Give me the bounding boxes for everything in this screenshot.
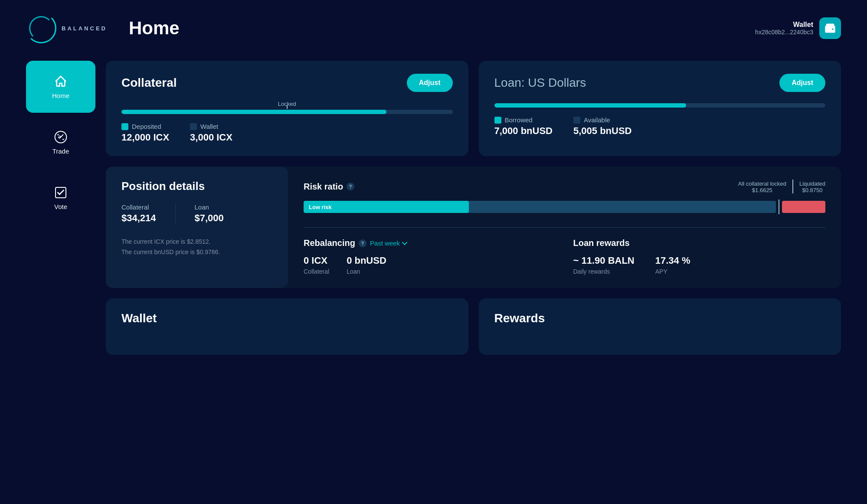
position-stats: Collateral $34,214 Loan $7,000 <box>121 203 272 224</box>
position-loan-stat: Loan $7,000 <box>195 203 224 224</box>
position-desc-line2: The current bnUSD price is $0.9786. <box>121 247 272 258</box>
collateral-progress-bar-fill <box>121 110 386 114</box>
liquidated-label: Liquidated <box>799 180 825 187</box>
collateral-locked-label: Locked <box>121 101 453 107</box>
collateral-card-header: Collateral Adjust <box>121 74 453 92</box>
apy-label: APY <box>655 268 690 275</box>
rebalancing-info-icon[interactable]: ? <box>359 239 366 247</box>
deposited-label: Deposited <box>132 123 161 130</box>
risk-labels: All collateral locked $1.6625 Liquidated… <box>738 180 825 193</box>
loan-borrowed-stat: Borrowed 7,000 bnUSD <box>494 116 553 137</box>
wallet-dot <box>190 123 197 130</box>
borrowed-value: 7,000 bnUSD <box>494 125 553 137</box>
risk-title: Risk ratio ? <box>304 182 354 192</box>
daily-rewards-stat: ~ 11.90 BALN Daily rewards <box>573 255 635 275</box>
sidebar-item-trade[interactable]: Trade <box>26 116 95 168</box>
risk-bar-row: Low risk <box>304 200 825 214</box>
liquidated-value: $0.8750 <box>802 187 823 193</box>
sidebar-item-home[interactable]: Home <box>26 61 95 113</box>
home-icon <box>54 75 68 88</box>
available-label: Available <box>584 116 610 124</box>
position-loan-value: $7,000 <box>195 213 224 224</box>
apy-value: 17.34 % <box>655 255 690 266</box>
risk-info-icon[interactable]: ? <box>347 183 354 190</box>
collateral-wallet-stat: Wallet 3,000 ICX <box>190 123 232 143</box>
position-details-title: Position details <box>121 180 272 193</box>
sidebar-home-label: Home <box>52 92 69 99</box>
risk-bar-bg: Low risk <box>304 201 776 213</box>
risk-header: Risk ratio ? All collateral locked $1.66… <box>304 180 825 193</box>
sidebar-trade-label: Trade <box>52 147 69 155</box>
wallet-card-title: Wallet <box>121 311 453 325</box>
loan-progress-container <box>494 103 826 108</box>
loan-rewards-title: Loan rewards <box>573 238 826 248</box>
wallet-header-label: Wallet <box>755 21 813 29</box>
borrowed-label: Borrowed <box>505 116 533 124</box>
available-value: 5,005 bnUSD <box>573 125 632 137</box>
loan-progress-bar-fill <box>494 103 687 108</box>
wallet-info: Wallet hx28c08b2...2240bc3 <box>755 21 813 36</box>
sidebar-item-vote[interactable]: Vote <box>26 172 95 224</box>
loan-adjust-button[interactable]: Adjust <box>779 74 825 92</box>
wallet-address: hx28c08b2...2240bc3 <box>755 29 813 36</box>
loan-rewards-section: Loan rewards ~ 11.90 BALN Daily rewards … <box>573 238 826 275</box>
borrowed-dot <box>494 117 501 124</box>
collateral-adjust-button[interactable]: Adjust <box>407 74 453 92</box>
deposited-dot <box>121 123 128 130</box>
logo-icon <box>26 13 56 43</box>
collateral-progress-bar-bg <box>121 110 453 114</box>
wallet-card: Wallet <box>106 298 468 355</box>
rebalancing-collateral-label: Collateral <box>304 268 329 275</box>
loan-card: Loan: US Dollars Adjust Borro <box>479 61 841 156</box>
wallet-icon-button[interactable] <box>819 17 841 39</box>
loan-available-stat: Available 5,005 bnUSD <box>573 116 632 137</box>
loan-title: Loan: US Dollars <box>494 76 586 90</box>
collateral-title: Collateral <box>121 76 177 90</box>
rebalancing-title: Rebalancing ? Past week <box>304 238 556 248</box>
sidebar-vote-label: Vote <box>54 203 67 210</box>
loan-rewards-stats: ~ 11.90 BALN Daily rewards 17.34 % APY <box>573 255 826 275</box>
risk-bar-med <box>469 201 776 213</box>
bottom-section: Position details Collateral $34,214 Loan… <box>106 167 841 288</box>
risk-bar-low: Low risk <box>304 201 469 213</box>
logo-text: BALANCED <box>62 25 107 32</box>
apy-stat: 17.34 % APY <box>655 255 690 275</box>
risk-ratio-section: Risk ratio ? All collateral locked $1.66… <box>304 180 825 214</box>
content-area: Home Trade Vote <box>26 61 841 355</box>
sidebar: Home Trade Vote <box>26 61 95 355</box>
rebalancing-loan-label: Loan <box>347 268 386 275</box>
rewards-card-title: Rewards <box>494 311 826 325</box>
wallet-icon <box>824 22 836 34</box>
risk-panel: Risk ratio ? All collateral locked $1.66… <box>288 167 841 288</box>
position-desc-line1: The current ICX price is $2.8512. <box>121 237 272 247</box>
rebalancing-collateral-value: 0 ICX <box>304 255 329 266</box>
collateral-locked-value: $1.6625 <box>752 187 772 193</box>
rebalancing-loan-value: 0 bnUSD <box>347 255 386 266</box>
collateral-locked-label: All collateral locked <box>738 180 786 187</box>
cards-grid: Collateral Adjust Locked Depos <box>106 61 841 355</box>
period-selector-button[interactable]: Past week <box>370 239 408 247</box>
rebalancing-section: Rebalancing ? Past week 0 ICX <box>304 238 556 275</box>
position-loan-label: Loan <box>195 203 224 211</box>
rewards-card: Rewards <box>479 298 841 355</box>
collateral-card: Collateral Adjust Locked Depos <box>106 61 468 156</box>
bottom-cards: Wallet Rewards <box>106 298 841 355</box>
wallet-stat-label: Wallet <box>200 123 218 130</box>
daily-rewards-label: Daily rewards <box>573 268 635 275</box>
trade-icon <box>54 130 68 144</box>
position-divider <box>175 203 176 224</box>
svg-rect-0 <box>825 26 835 33</box>
position-collateral-stat: Collateral $34,214 <box>121 203 156 224</box>
header: BALANCED Home Wallet hx28c08b2...2240bc3 <box>0 0 867 52</box>
risk-bar-liquidated <box>782 201 825 213</box>
rebalancing-loan-stat: 0 bnUSD Loan <box>347 255 386 275</box>
wallet-stat-value: 3,000 ICX <box>190 132 232 143</box>
top-cards: Collateral Adjust Locked Depos <box>106 61 841 156</box>
loan-card-header: Loan: US Dollars Adjust <box>494 74 826 92</box>
rebalancing-collateral-stat: 0 ICX Collateral <box>304 255 329 275</box>
main-content: Home Trade Vote <box>0 52 867 363</box>
header-left: BALANCED Home <box>26 13 180 43</box>
page-title: Home <box>129 18 180 39</box>
logo-container: BALANCED <box>26 13 107 43</box>
header-right: Wallet hx28c08b2...2240bc3 <box>755 17 841 39</box>
